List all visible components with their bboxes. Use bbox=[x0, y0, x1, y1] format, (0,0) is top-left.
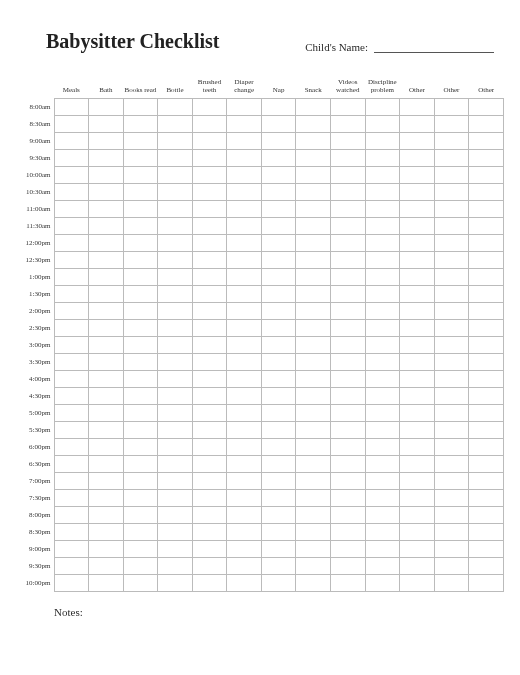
checklist-cell[interactable] bbox=[54, 490, 89, 507]
checklist-cell[interactable] bbox=[261, 473, 296, 490]
checklist-cell[interactable] bbox=[365, 337, 400, 354]
checklist-cell[interactable] bbox=[469, 218, 504, 235]
checklist-cell[interactable] bbox=[365, 456, 400, 473]
checklist-cell[interactable] bbox=[365, 422, 400, 439]
checklist-cell[interactable] bbox=[123, 456, 158, 473]
checklist-cell[interactable] bbox=[434, 269, 469, 286]
checklist-cell[interactable] bbox=[400, 422, 435, 439]
checklist-cell[interactable] bbox=[158, 99, 193, 116]
checklist-cell[interactable] bbox=[123, 201, 158, 218]
checklist-cell[interactable] bbox=[192, 541, 227, 558]
checklist-cell[interactable] bbox=[261, 252, 296, 269]
checklist-cell[interactable] bbox=[469, 490, 504, 507]
checklist-cell[interactable] bbox=[365, 133, 400, 150]
checklist-cell[interactable] bbox=[296, 575, 331, 592]
checklist-cell[interactable] bbox=[123, 133, 158, 150]
checklist-cell[interactable] bbox=[192, 558, 227, 575]
checklist-cell[interactable] bbox=[469, 133, 504, 150]
checklist-cell[interactable] bbox=[54, 456, 89, 473]
checklist-cell[interactable] bbox=[227, 201, 262, 218]
checklist-cell[interactable] bbox=[331, 507, 366, 524]
checklist-cell[interactable] bbox=[434, 167, 469, 184]
checklist-cell[interactable] bbox=[365, 116, 400, 133]
checklist-cell[interactable] bbox=[261, 218, 296, 235]
checklist-cell[interactable] bbox=[400, 133, 435, 150]
checklist-cell[interactable] bbox=[296, 456, 331, 473]
checklist-cell[interactable] bbox=[434, 218, 469, 235]
checklist-cell[interactable] bbox=[400, 388, 435, 405]
checklist-cell[interactable] bbox=[123, 184, 158, 201]
checklist-cell[interactable] bbox=[469, 439, 504, 456]
checklist-cell[interactable] bbox=[296, 150, 331, 167]
checklist-cell[interactable] bbox=[469, 354, 504, 371]
checklist-cell[interactable] bbox=[227, 405, 262, 422]
checklist-cell[interactable] bbox=[89, 558, 124, 575]
checklist-cell[interactable] bbox=[261, 337, 296, 354]
checklist-cell[interactable] bbox=[192, 405, 227, 422]
checklist-cell[interactable] bbox=[296, 99, 331, 116]
checklist-cell[interactable] bbox=[469, 541, 504, 558]
checklist-cell[interactable] bbox=[54, 269, 89, 286]
checklist-cell[interactable] bbox=[89, 150, 124, 167]
checklist-cell[interactable] bbox=[261, 422, 296, 439]
checklist-cell[interactable] bbox=[365, 269, 400, 286]
checklist-cell[interactable] bbox=[261, 150, 296, 167]
checklist-cell[interactable] bbox=[365, 507, 400, 524]
checklist-cell[interactable] bbox=[54, 422, 89, 439]
checklist-cell[interactable] bbox=[331, 235, 366, 252]
checklist-cell[interactable] bbox=[434, 286, 469, 303]
checklist-cell[interactable] bbox=[158, 303, 193, 320]
checklist-cell[interactable] bbox=[192, 286, 227, 303]
checklist-cell[interactable] bbox=[331, 473, 366, 490]
checklist-cell[interactable] bbox=[400, 575, 435, 592]
checklist-cell[interactable] bbox=[227, 116, 262, 133]
checklist-cell[interactable] bbox=[192, 133, 227, 150]
checklist-cell[interactable] bbox=[158, 524, 193, 541]
checklist-cell[interactable] bbox=[261, 575, 296, 592]
checklist-cell[interactable] bbox=[192, 354, 227, 371]
checklist-cell[interactable] bbox=[469, 337, 504, 354]
checklist-cell[interactable] bbox=[331, 133, 366, 150]
checklist-cell[interactable] bbox=[123, 252, 158, 269]
checklist-cell[interactable] bbox=[434, 456, 469, 473]
checklist-cell[interactable] bbox=[227, 558, 262, 575]
checklist-cell[interactable] bbox=[89, 303, 124, 320]
checklist-cell[interactable] bbox=[158, 235, 193, 252]
checklist-cell[interactable] bbox=[261, 167, 296, 184]
checklist-cell[interactable] bbox=[400, 456, 435, 473]
checklist-cell[interactable] bbox=[365, 167, 400, 184]
checklist-cell[interactable] bbox=[192, 116, 227, 133]
checklist-cell[interactable] bbox=[296, 422, 331, 439]
checklist-cell[interactable] bbox=[54, 371, 89, 388]
checklist-cell[interactable] bbox=[227, 490, 262, 507]
checklist-cell[interactable] bbox=[296, 371, 331, 388]
checklist-cell[interactable] bbox=[54, 99, 89, 116]
checklist-cell[interactable] bbox=[89, 524, 124, 541]
checklist-cell[interactable] bbox=[192, 269, 227, 286]
checklist-cell[interactable] bbox=[400, 252, 435, 269]
checklist-cell[interactable] bbox=[331, 252, 366, 269]
checklist-cell[interactable] bbox=[400, 235, 435, 252]
checklist-cell[interactable] bbox=[158, 184, 193, 201]
checklist-cell[interactable] bbox=[89, 439, 124, 456]
checklist-cell[interactable] bbox=[227, 184, 262, 201]
checklist-cell[interactable] bbox=[331, 320, 366, 337]
checklist-cell[interactable] bbox=[89, 541, 124, 558]
checklist-cell[interactable] bbox=[54, 167, 89, 184]
checklist-cell[interactable] bbox=[400, 286, 435, 303]
checklist-cell[interactable] bbox=[158, 541, 193, 558]
checklist-cell[interactable] bbox=[296, 286, 331, 303]
checklist-cell[interactable] bbox=[227, 541, 262, 558]
checklist-cell[interactable] bbox=[261, 456, 296, 473]
checklist-cell[interactable] bbox=[54, 541, 89, 558]
checklist-cell[interactable] bbox=[158, 422, 193, 439]
checklist-cell[interactable] bbox=[261, 269, 296, 286]
checklist-cell[interactable] bbox=[192, 524, 227, 541]
checklist-cell[interactable] bbox=[158, 354, 193, 371]
checklist-cell[interactable] bbox=[227, 371, 262, 388]
checklist-cell[interactable] bbox=[365, 473, 400, 490]
checklist-cell[interactable] bbox=[434, 150, 469, 167]
checklist-cell[interactable] bbox=[123, 337, 158, 354]
checklist-cell[interactable] bbox=[54, 473, 89, 490]
checklist-cell[interactable] bbox=[227, 133, 262, 150]
